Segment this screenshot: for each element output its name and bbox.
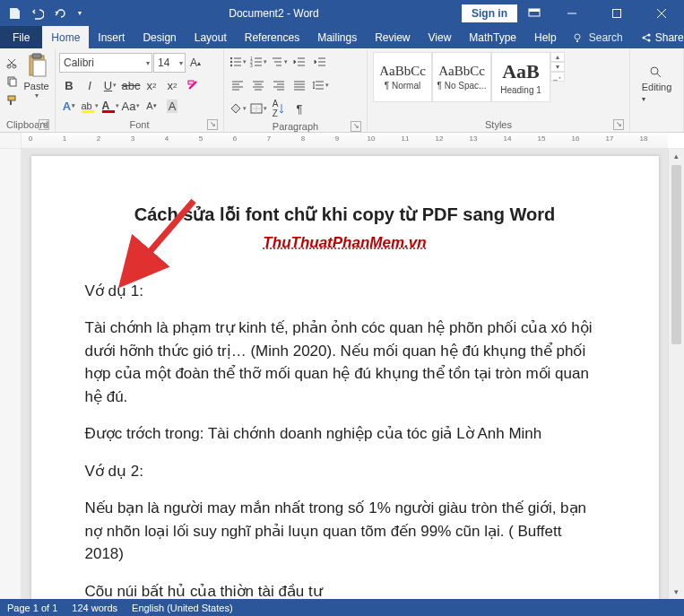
chevron-down-icon[interactable]: ▾ [179,59,183,67]
sign-in-button[interactable]: Sign in [462,4,517,22]
align-right-button[interactable] [269,76,289,94]
grow-font-button[interactable]: A▴ [186,53,204,73]
tab-references[interactable]: References [236,26,308,48]
tab-mathtype[interactable]: MathType [460,26,525,48]
undo-icon[interactable] [27,3,48,24]
format-painter-button[interactable] [4,91,20,109]
change-case-button[interactable]: Aa▾ [121,97,141,115]
tell-me-search[interactable]: Search [566,26,630,48]
style-heading-1[interactable]: AaBHeading 1 [491,52,550,102]
share-button[interactable]: Share [630,26,684,48]
more-icon[interactable]: ⎯▾ [550,72,565,82]
status-language[interactable]: English (United States) [132,603,233,613]
status-word-count[interactable]: 124 words [72,603,117,613]
scroll-up-button[interactable]: ▴ [669,149,684,163]
line-spacing-button[interactable]: ▾ [310,76,330,94]
paste-button[interactable]: Paste ▾ [22,50,51,100]
sort-button[interactable]: AZ [269,100,289,117]
style-no-spacing[interactable]: AaBbCc¶ No Spac... [432,52,491,102]
svg-rect-14 [33,60,46,76]
tab-mailings[interactable]: Mailings [308,26,366,48]
group-label-paragraph: Paragraph↘ [228,120,363,134]
character-shading-button[interactable]: A [162,97,182,115]
shading-button[interactable]: ▾ [228,100,247,117]
clear-formatting-button[interactable] [183,76,203,94]
tab-insert[interactable]: Insert [89,26,134,48]
svg-rect-13 [32,54,41,58]
svg-rect-11 [8,96,15,100]
text-effects-button[interactable]: A▾ [59,97,79,115]
svg-text:3: 3 [250,63,253,67]
tab-home[interactable]: Home [42,26,89,48]
multilevel-list-button[interactable]: ▾ [269,53,289,71]
vertical-scrollbar[interactable]: ▴ ▾ [668,149,684,599]
bold-button[interactable]: B [59,76,79,94]
document-page[interactable]: Cách sửa lỗi font chữ khi copy từ PDF sa… [31,156,659,599]
subscript-button[interactable]: x2 [142,76,161,94]
save-icon[interactable] [4,3,25,24]
group-styles: AaBbCc¶ Normal AaBbCc¶ No Spac... AaBHea… [368,48,630,132]
tab-design[interactable]: Design [134,26,185,48]
justify-button[interactable] [290,76,309,94]
doc-paragraph[interactable]: Được trớch trong: Tài chớnh doanh nghiệp… [85,422,605,446]
bullets-button[interactable]: ▾ [228,53,247,71]
tell-me-label: Search [589,31,623,44]
doc-paragraph[interactable]: Tài chớnh là phạm trự kinh tế, phản ỏnh … [85,317,605,408]
svg-rect-1 [529,9,540,12]
font-launcher[interactable]: ↘ [207,119,218,130]
tab-review[interactable]: Review [366,26,419,48]
tab-help[interactable]: Help [525,26,566,48]
paragraph-launcher[interactable]: ↘ [351,121,361,132]
borders-button[interactable]: ▾ [248,100,268,117]
align-center-button[interactable] [248,76,268,94]
clipboard-launcher[interactable]: ↘ [39,119,49,130]
doc-paragraph[interactable]: Nếu bạn là người may mắn nhất trong số 1… [85,497,605,566]
qat-dropdown-icon[interactable]: ▾ [74,3,86,24]
group-font: Calibri▾ 14▾ A▴ B I U▾ abc x2 x2 A▾ ab▾ … [56,48,224,132]
vertical-ruler[interactable] [0,149,22,599]
chevron-down-icon[interactable]: ▾ [146,59,150,67]
doc-heading[interactable]: Cách sửa lỗi font chữ khi copy từ PDF sa… [85,201,605,228]
chevron-down-icon: ▾ [35,91,39,100]
horizontal-ruler[interactable]: 0123456789101112131415161718 [0,133,684,149]
close-button[interactable] [641,0,682,26]
increase-indent-button[interactable] [310,53,330,71]
tab-file[interactable]: File [0,26,42,48]
underline-button[interactable]: U▾ [100,76,120,94]
styles-launcher[interactable]: ↘ [613,119,624,130]
doc-paragraph[interactable]: Cõu núi bất hủ của thiờn tài đầu tư [85,580,605,600]
align-left-button[interactable] [228,76,247,94]
group-label-styles: Styles↘ [371,118,626,132]
tab-layout[interactable]: Layout [186,26,236,48]
highlight-button[interactable]: ab▾ [80,97,100,115]
chevron-up-icon[interactable]: ▴ [550,52,565,62]
styles-gallery-more[interactable]: ▴▾⎯▾ [550,52,565,82]
style-normal[interactable]: AaBbCc¶ Normal [373,52,432,102]
cut-button[interactable] [4,54,20,72]
status-page[interactable]: Page 1 of 1 [7,603,57,613]
shrink-font-button[interactable]: A▾ [142,97,161,115]
doc-paragraph[interactable]: Vớ dụ 2: [85,460,605,483]
redo-icon[interactable] [50,3,72,24]
font-size-combo[interactable]: 14▾ [153,53,186,73]
scroll-down-button[interactable]: ▾ [669,585,684,599]
copy-button[interactable] [4,73,20,91]
doc-site-link[interactable]: ThuThuatPhanMem.vn [85,231,605,255]
strikethrough-button[interactable]: abc [121,76,141,94]
ribbon-display-options-icon[interactable] [521,3,548,24]
editing-dropdown[interactable]: Editing▾ [638,62,676,107]
minimize-button[interactable] [551,0,593,26]
doc-paragraph[interactable]: Vớ dụ 1: [85,280,605,303]
chevron-down-icon[interactable]: ▾ [550,62,565,72]
superscript-button[interactable]: x2 [162,76,182,94]
font-name-combo[interactable]: Calibri▾ [59,53,152,73]
show-hide-button[interactable]: ¶ [290,100,309,117]
page-viewport[interactable]: Cách sửa lỗi font chữ khi copy từ PDF sa… [22,149,668,599]
italic-button[interactable]: I [80,76,100,94]
decrease-indent-button[interactable] [290,53,309,71]
tab-view[interactable]: View [420,26,461,48]
maximize-button[interactable] [596,0,637,26]
scrollbar-thumb[interactable] [671,165,681,344]
numbering-button[interactable]: 123▾ [248,53,268,71]
font-color-button[interactable]: A▾ [100,97,120,115]
